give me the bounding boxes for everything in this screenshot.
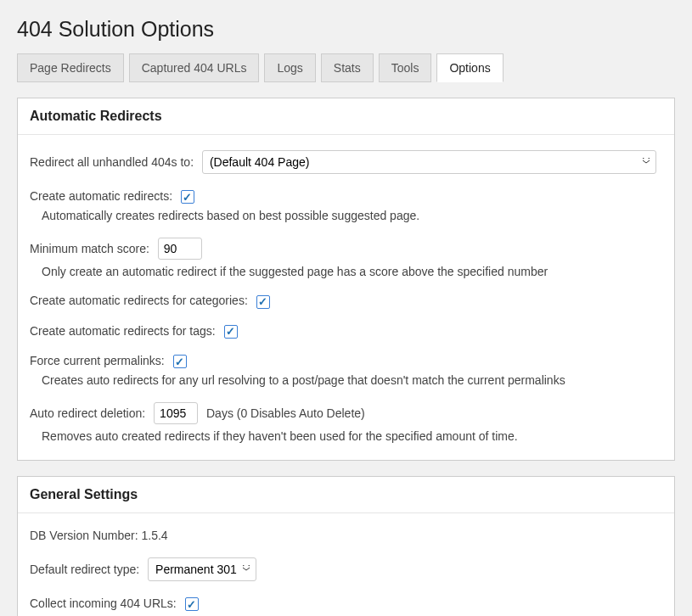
select-default-redirect-type[interactable]: Permanent 301 — [148, 557, 256, 581]
desc-force-permalinks: Creates auto redirects for any url resol… — [30, 373, 662, 387]
desc-minimum-match-score: Only create an automatic redirect if the… — [30, 265, 662, 278]
section-title-automatic-redirects: Automatic Redirects — [30, 109, 662, 124]
field-collect-incoming-404: Collect incoming 404 URLs: — [30, 596, 662, 611]
input-minimum-match-score[interactable] — [158, 238, 202, 260]
desc-auto-redirect-deletion: Removes auto created redirects if they h… — [30, 429, 662, 443]
checkbox-collect-incoming-404[interactable] — [185, 597, 199, 611]
field-force-permalinks: Force current permalinks: Creates auto r… — [30, 354, 662, 387]
tab-page-redirects[interactable]: Page Redirects — [17, 53, 124, 82]
field-create-auto-redirects: Create automatic redirects: Automaticall… — [30, 189, 662, 222]
checkbox-force-permalinks[interactable] — [173, 355, 187, 368]
checkbox-auto-redirects-tags[interactable] — [224, 325, 238, 339]
field-auto-redirects-tags: Create automatic redirects for tags: — [30, 324, 662, 339]
tab-captured-404-urls[interactable]: Captured 404 URLs — [129, 53, 260, 82]
page-title: 404 Solution Options — [17, 17, 675, 42]
label-redirect-all-unhandled: Redirect all unhandled 404s to: — [30, 155, 194, 169]
label-default-redirect-type: Default redirect type: — [30, 563, 139, 576]
checkbox-create-auto-redirects[interactable] — [181, 190, 194, 204]
section-header-general-settings: General Settings — [18, 477, 674, 513]
field-auto-redirect-deletion: Auto redirect deletion: Days (0 Disables… — [30, 402, 662, 443]
input-auto-redirect-deletion[interactable] — [154, 402, 198, 424]
field-redirect-all-unhandled: Redirect all unhandled 404s to: (Default… — [30, 150, 662, 174]
label-create-auto-redirects: Create automatic redirects: — [30, 189, 172, 203]
label-minimum-match-score: Minimum match score: — [30, 242, 149, 255]
tab-bar: Page Redirects Captured 404 URLs Logs St… — [17, 53, 675, 82]
field-default-redirect-type: Default redirect type: Permanent 301 — [30, 557, 662, 581]
label-collect-incoming-404: Collect incoming 404 URLs: — [30, 596, 177, 610]
section-general-settings: General Settings DB Version Number: 1.5.… — [17, 476, 675, 616]
field-db-version: DB Version Number: 1.5.4 — [30, 529, 662, 542]
select-redirect-all-unhandled[interactable]: (Default 404 Page) — [202, 150, 656, 174]
label-auto-redirects-categories: Create automatic redirects for categorie… — [30, 294, 248, 307]
field-minimum-match-score: Minimum match score: Only create an auto… — [30, 238, 662, 278]
label-db-version: DB Version Number: 1.5.4 — [30, 529, 168, 542]
section-automatic-redirects: Automatic Redirects Redirect all unhandl… — [17, 98, 675, 461]
tab-tools[interactable]: Tools — [379, 53, 432, 82]
checkbox-auto-redirects-categories[interactable] — [256, 295, 270, 309]
label-auto-redirect-deletion: Auto redirect deletion: — [30, 406, 145, 420]
label-force-permalinks: Force current permalinks: — [30, 354, 165, 367]
field-auto-redirects-categories: Create automatic redirects for categorie… — [30, 294, 662, 308]
section-header-automatic-redirects: Automatic Redirects — [18, 98, 674, 135]
tab-logs[interactable]: Logs — [264, 53, 315, 82]
label-auto-redirects-tags: Create automatic redirects for tags: — [30, 324, 216, 338]
desc-create-auto-redirects: Automatically creates redirects based on… — [30, 209, 662, 222]
tab-stats[interactable]: Stats — [321, 53, 374, 82]
section-title-general-settings: General Settings — [30, 487, 662, 502]
suffix-auto-redirect-deletion: Days (0 Disables Auto Delete) — [206, 406, 365, 420]
tab-options[interactable]: Options — [436, 53, 503, 82]
